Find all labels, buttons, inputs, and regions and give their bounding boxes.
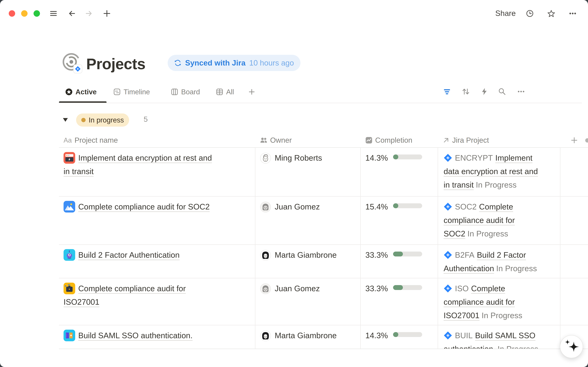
owner-cell[interactable]: Juan Gomez — [255, 278, 361, 325]
completion-cell[interactable]: 15.4% — [361, 197, 438, 245]
clock-icon[interactable] — [526, 9, 534, 18]
back-icon[interactable] — [68, 9, 76, 18]
jira-project-cell[interactable]: SOC2Complete compliance audit for SOC2In… — [438, 197, 560, 245]
empty-cell — [560, 245, 588, 278]
projects-table: Aa Project name Owner Completion Jira Pr… — [59, 133, 588, 349]
automation-icon[interactable] — [480, 87, 489, 96]
share-button[interactable]: Share — [495, 9, 516, 18]
tab-timeline[interactable]: Timeline — [113, 86, 150, 98]
tab-active[interactable]: Active — [65, 86, 97, 98]
owner-cell[interactable]: Juan Gomez — [255, 197, 361, 245]
avatar — [260, 250, 271, 261]
star-icon[interactable] — [547, 9, 555, 18]
group-header: In progress 5 — [0, 113, 588, 129]
menu-icon[interactable] — [49, 9, 58, 18]
plus-icon — [248, 88, 255, 96]
project-name-cell[interactable]: Complete compliance audit for SOC2 — [59, 197, 255, 245]
column-header-completion[interactable]: Completion — [361, 133, 438, 148]
avatar — [260, 153, 271, 164]
more-icon[interactable] — [517, 87, 525, 96]
project-name-cell[interactable]: Build SAML SSO authentication. — [59, 325, 255, 349]
status-dot — [81, 118, 86, 122]
briefcase-icon — [64, 283, 75, 294]
jira-project-cell[interactable]: BUILBuild SAML SSO authentication.In Pro… — [438, 325, 560, 349]
avatar — [260, 283, 271, 294]
tabs-divider — [59, 103, 582, 103]
sort-icon[interactable] — [462, 87, 470, 96]
board-view-icon — [171, 88, 178, 96]
minimize-window-button[interactable] — [21, 10, 28, 17]
page-title[interactable]: Projects — [86, 54, 145, 74]
plus-icon[interactable] — [103, 9, 111, 18]
zoom-window-button[interactable] — [33, 10, 40, 17]
table-bottom-border — [59, 349, 588, 349]
progress-bar — [393, 203, 422, 208]
alien-monster-icon — [64, 249, 75, 261]
avatar — [260, 330, 271, 341]
column-header-owner[interactable]: Owner — [255, 133, 361, 148]
owner-cell[interactable]: Ming Roberts — [255, 148, 361, 197]
sync-icon — [174, 59, 182, 67]
owner-cell[interactable]: Marta Giambrone — [255, 325, 361, 349]
jira-badge-icon — [74, 65, 82, 73]
mountain-icon — [64, 201, 75, 213]
tab-label: Active — [75, 88, 97, 96]
group-status-label: In progress — [89, 116, 124, 124]
progress-bar — [393, 285, 422, 290]
terminal-app-icon — [64, 152, 75, 164]
tab-board[interactable]: Board — [171, 86, 200, 98]
sync-time: 10 hours ago — [249, 58, 294, 67]
column-header-project-name[interactable]: Aa Project name — [59, 133, 255, 148]
table-row: Complete compliance audit for SOC2 Juan … — [59, 197, 588, 245]
table-row: Implement data encryption at rest and in… — [59, 148, 588, 197]
star-view-icon — [65, 88, 73, 96]
more-icon[interactable] — [569, 9, 577, 18]
progress-bar — [393, 154, 422, 159]
owner-cell[interactable]: Marta Giambrone — [255, 245, 361, 278]
progress-bar — [393, 251, 422, 257]
project-name-cell[interactable]: Implement data encryption at rest and in… — [59, 148, 255, 197]
plus-icon — [571, 137, 578, 144]
tab-label: All — [226, 88, 234, 96]
jira-project-cell[interactable]: ENCRYPTImplement data encryption at rest… — [438, 148, 560, 197]
add-view-button[interactable] — [248, 86, 255, 98]
empty-cell — [560, 197, 588, 245]
project-name-cell[interactable]: Build 2 Factor Authentication — [59, 245, 255, 278]
timeline-view-icon — [113, 88, 121, 96]
jira-icon — [444, 202, 452, 211]
jira-icon — [444, 284, 452, 293]
tab-all[interactable]: All — [216, 86, 234, 98]
tab-label: Timeline — [124, 88, 150, 96]
target-icon[interactable] — [62, 52, 82, 74]
jira-project-cell[interactable]: B2FABuild 2 Factor AuthenticationIn Prog… — [438, 245, 560, 278]
table-row: Build 2 Factor Authentication Marta Giam… — [59, 245, 588, 278]
external-arrow-icon — [443, 137, 449, 144]
project-name-cell[interactable]: Complete compliance audit for ISO27001 — [59, 278, 255, 325]
chart-icon — [365, 137, 373, 144]
table-header-row: Aa Project name Owner Completion Jira Pr… — [59, 133, 588, 148]
sparkles-icon — [560, 335, 583, 358]
completion-cell[interactable]: 14.3% — [361, 325, 438, 349]
column-header-jira-project[interactable]: Jira Project — [438, 133, 560, 148]
ai-assistant-button[interactable] — [560, 335, 583, 358]
filter-icon[interactable] — [443, 87, 451, 96]
search-icon[interactable] — [498, 87, 506, 96]
completion-cell[interactable]: 14.3% — [361, 148, 438, 197]
add-column-button[interactable] — [560, 133, 588, 148]
group-status-pill[interactable]: In progress — [76, 113, 129, 127]
completion-cell[interactable]: 33.3% — [361, 245, 438, 278]
people-icon — [260, 137, 267, 144]
avatar — [260, 201, 271, 213]
collapse-group-toggle[interactable] — [62, 117, 68, 122]
jira-icon — [444, 251, 452, 259]
forward-icon[interactable] — [85, 9, 93, 18]
jira-project-cell[interactable]: ISOComplete compliance audit for ISO2700… — [438, 278, 560, 325]
text-type-icon: Aa — [64, 136, 72, 144]
close-window-button[interactable] — [9, 10, 15, 17]
jira-icon — [444, 331, 452, 340]
progress-bar — [393, 332, 422, 337]
sync-badge[interactable]: Synced with Jira 10 hours ago — [168, 55, 300, 71]
completion-cell[interactable]: 33.3% — [361, 278, 438, 325]
table-row: Complete compliance audit for ISO27001 J… — [59, 278, 588, 325]
empty-cell — [560, 148, 588, 197]
